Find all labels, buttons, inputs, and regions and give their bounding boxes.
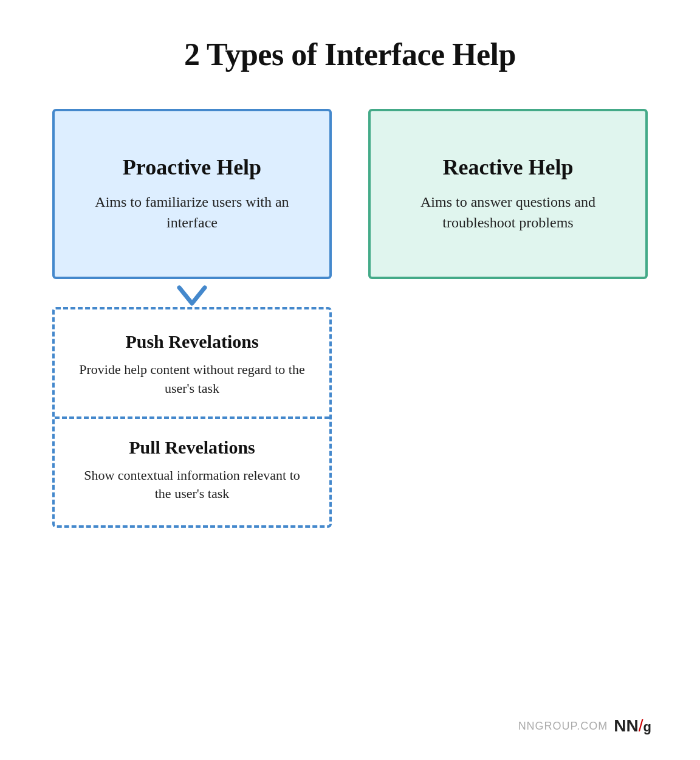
logo-badge: NN / g — [614, 716, 651, 736]
left-column: Proactive Help Aims to familiarize users… — [52, 109, 332, 528]
chevron-container — [52, 285, 332, 307]
two-column-layout: Proactive Help Aims to familiarize users… — [49, 109, 651, 528]
proactive-card: Proactive Help Aims to familiarize users… — [52, 109, 332, 279]
push-revelations-title: Push Revelations — [79, 331, 305, 352]
push-revelations-section: Push Revelations Provide help content wi… — [55, 309, 329, 419]
proactive-card-desc: Aims to familiarize users with an interf… — [77, 192, 307, 233]
chevron-down-icon — [177, 285, 207, 307]
pull-revelations-desc: Show contextual information relevant to … — [79, 466, 305, 504]
reactive-card-desc: Aims to answer questions and troubleshoo… — [393, 192, 623, 233]
logo-g-text: g — [643, 719, 651, 735]
dashed-revelations-box: Push Revelations Provide help content wi… — [52, 307, 332, 528]
push-revelations-desc: Provide help content without regard to t… — [79, 361, 305, 398]
logo-nn-text: NN — [614, 716, 638, 736]
logo-site-text: NNGROUP.COM — [518, 720, 608, 733]
logo-slash-text: / — [639, 716, 643, 736]
reactive-card: Reactive Help Aims to answer questions a… — [368, 109, 648, 279]
reactive-card-title: Reactive Help — [443, 154, 574, 180]
page-wrapper: 2 Types of Interface Help Proactive Help… — [49, 24, 651, 528]
logo-area: NNGROUP.COM NN / g — [518, 716, 651, 736]
pull-revelations-title: Pull Revelations — [79, 437, 305, 458]
proactive-card-title: Proactive Help — [123, 154, 261, 180]
right-column: Reactive Help Aims to answer questions a… — [368, 109, 648, 279]
pull-revelations-section: Pull Revelations Show contextual informa… — [55, 419, 329, 526]
page-title: 2 Types of Interface Help — [184, 36, 516, 72]
